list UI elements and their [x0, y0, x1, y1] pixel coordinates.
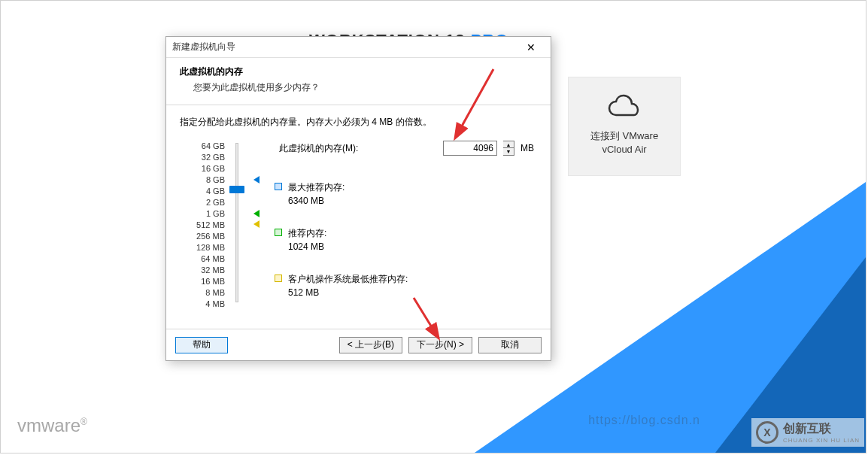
dialog-body: 指定分配给此虚拟机的内存量。内存大小必须为 4 MB 的倍数。 此虚拟机的内存(… — [166, 105, 551, 321]
tick-label: 8 MB — [187, 287, 225, 299]
tick-labels: 64 GB32 GB16 GB8 GB4 GB2 GB1 GB512 MB256… — [187, 141, 225, 310]
dialog-header: 此虚拟机的内存 您要为此虚拟机使用多少内存？ — [166, 58, 551, 105]
dialog-title: 新建虚拟机向导 — [172, 41, 235, 53]
tick-label: 8 GB — [187, 174, 225, 186]
legend-min: 客户机操作系统最低推荐内存: 512 MB — [275, 273, 408, 298]
slider-thumb[interactable] — [229, 186, 244, 193]
memory-slider-area: 64 GB32 GB16 GB8 GB4 GB2 GB1 GB512 MB256… — [180, 141, 537, 314]
close-button[interactable]: ✕ — [516, 39, 546, 56]
watermark-url: https://blog.csdn.n — [588, 414, 700, 427]
tick-label: 16 GB — [187, 163, 225, 174]
tick-label: 64 MB — [187, 253, 225, 265]
help-button[interactable]: 帮助 — [175, 337, 228, 353]
next-button[interactable]: 下一步(N) > — [408, 337, 472, 353]
header-subtitle: 您要为此虚拟机使用多少内存？ — [193, 81, 537, 94]
legend-rec: 推荐内存: 1024 MB — [275, 227, 408, 252]
legend-max: 最大推荐内存: 6340 MB — [275, 181, 408, 206]
tick-label: 16 MB — [187, 276, 225, 287]
tick-label: 4 GB — [187, 186, 225, 197]
tick-label: 32 MB — [187, 265, 225, 276]
brand-watermark: X 创新互联 CHUANG XIN HU LIAN — [751, 418, 864, 447]
dialog-footer: 帮助 < 上一步(B) 下一步(N) > 取消 — [166, 329, 551, 360]
cloud-card[interactable]: 连接到 VMware vCloud Air — [568, 77, 681, 176]
tick-label: 32 GB — [187, 152, 225, 163]
tick-label: 512 MB — [187, 220, 225, 231]
marker-rec-icon — [253, 210, 259, 217]
instruction-text: 指定分配给此虚拟机的内存量。内存大小必须为 4 MB 的倍数。 — [180, 116, 537, 129]
wizard-dialog: 新建虚拟机向导 ✕ 此虚拟机的内存 您要为此虚拟机使用多少内存？ 指定分配给此虚… — [165, 36, 551, 361]
tick-label: 64 GB — [187, 141, 225, 152]
marker-min-icon — [253, 220, 259, 228]
brand-logo-icon: X — [756, 421, 778, 444]
legend-rec-swatch — [275, 229, 282, 236]
titlebar: 新建虚拟机向导 ✕ — [166, 37, 551, 58]
back-button[interactable]: < 上一步(B) — [339, 337, 402, 353]
legend-min-swatch — [275, 275, 282, 282]
tick-label: 4 MB — [187, 299, 225, 310]
tick-label: 2 GB — [187, 197, 225, 208]
slider-track[interactable] — [235, 143, 238, 302]
cancel-button[interactable]: 取消 — [478, 337, 542, 353]
tick-label: 128 MB — [187, 242, 225, 253]
vmware-logo: vmware® — [17, 415, 87, 436]
cloud-label: 连接到 VMware vCloud Air — [569, 129, 680, 156]
legend: 最大推荐内存: 6340 MB 推荐内存: 1024 MB 客户机操作系统最低推… — [275, 181, 408, 319]
tick-label: 256 MB — [187, 231, 225, 242]
header-title: 此虚拟机的内存 — [180, 65, 537, 78]
tick-label: 1 GB — [187, 208, 225, 220]
cloud-icon — [607, 94, 642, 118]
marker-max-icon — [253, 176, 259, 184]
legend-max-swatch — [275, 183, 282, 190]
